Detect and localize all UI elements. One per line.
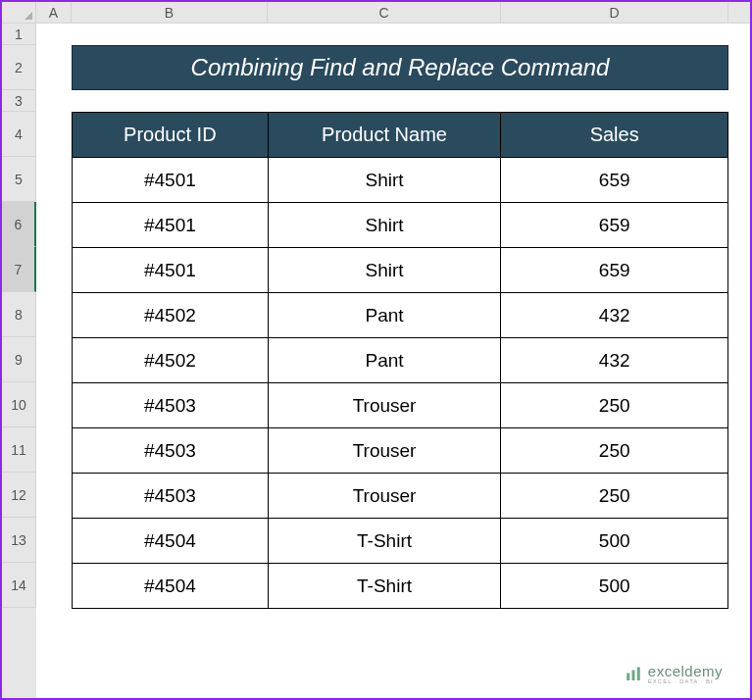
row-header-4[interactable]: 4 [2,112,36,157]
row-header-11[interactable]: 11 [2,427,36,473]
row-header-1[interactable]: 1 [2,24,36,45]
cell-product-id[interactable]: #4502 [73,338,269,383]
table-row: #4503Trouser250 [73,428,728,474]
row-header-7[interactable]: 7 [2,247,36,292]
row-header-9[interactable]: 9 [2,337,36,382]
table-header-row: Product ID Product Name Sales [73,113,728,158]
svg-rect-1 [631,670,634,680]
cell-product-id[interactable]: #4501 [73,203,269,248]
cell-sales[interactable]: 250 [501,474,728,519]
cell-sales[interactable]: 659 [501,248,728,293]
grid-area[interactable]: Combining Find and Replace Command Produ… [36,24,750,698]
cell-product-name[interactable]: Pant [268,338,501,383]
column-header-B[interactable]: B [72,2,268,23]
table-row: #4501Shirt659 [73,248,728,293]
cell-product-name[interactable]: Trouser [268,428,501,474]
cell-product-id[interactable]: #4502 [73,293,269,338]
cell-product-id[interactable]: #4503 [73,428,269,474]
select-all-corner[interactable] [2,2,36,24]
row-header-13[interactable]: 13 [2,518,36,563]
watermark-text: exceldemy EXCEL · DATA · BI [648,664,723,684]
header-product-id[interactable]: Product ID [73,113,269,158]
table-row: #4501Shirt659 [73,203,728,248]
svg-rect-2 [637,667,640,680]
cell-sales[interactable]: 432 [501,338,728,383]
row-header-3[interactable]: 3 [2,90,36,112]
cell-product-id[interactable]: #4501 [73,158,269,203]
cell-sales[interactable]: 432 [501,293,728,338]
cell-product-name[interactable]: Trouser [268,383,501,428]
table-body: #4501Shirt659 #4501Shirt659 #4501Shirt65… [73,158,728,609]
spreadsheet: A B C D 1 2 3 4 5 6 7 8 9 10 11 12 13 14… [2,2,750,698]
title-banner[interactable]: Combining Find and Replace Command [72,45,728,90]
cell-sales[interactable]: 500 [501,519,728,564]
row-header-14[interactable]: 14 [2,563,36,608]
brand-logo-icon [625,666,642,683]
cell-product-name[interactable]: Shirt [268,203,501,248]
cell-sales[interactable]: 659 [501,203,728,248]
table-row: #4502Pant432 [73,293,728,338]
row-header-10[interactable]: 10 [2,382,36,427]
header-product-name[interactable]: Product Name [268,113,501,158]
watermark: exceldemy EXCEL · DATA · BI [625,664,723,684]
cell-product-name[interactable]: Pant [268,293,501,338]
table-row: #4504T-Shirt500 [73,519,728,564]
svg-rect-0 [627,673,629,680]
cell-product-id[interactable]: #4503 [73,474,269,519]
row-header-8[interactable]: 8 [2,292,36,337]
column-header-A[interactable]: A [36,2,72,23]
column-header-C[interactable]: C [268,2,501,23]
table-row: #4503Trouser250 [73,474,728,519]
cell-product-id[interactable]: #4503 [73,383,269,428]
row-headers-col: 1 2 3 4 5 6 7 8 9 10 11 12 13 14 [2,24,36,698]
watermark-brand: exceldemy [648,664,723,678]
cell-sales[interactable]: 250 [501,428,728,474]
cell-product-id[interactable]: #4501 [73,248,269,293]
table-row: #4504T-Shirt500 [73,564,728,609]
cell-product-id[interactable]: #4504 [73,519,269,564]
row-header-12[interactable]: 12 [2,473,36,518]
row-header-2[interactable]: 2 [2,45,36,90]
column-header-D[interactable]: D [501,2,728,23]
cell-product-name[interactable]: Trouser [268,474,501,519]
watermark-tagline: EXCEL · DATA · BI [648,678,723,684]
cell-product-name[interactable]: Shirt [268,158,501,203]
cell-product-id[interactable]: #4504 [73,564,269,609]
cell-product-name[interactable]: Shirt [268,248,501,293]
cell-product-name[interactable]: T-Shirt [268,519,501,564]
data-table: Product ID Product Name Sales #4501Shirt… [72,112,728,609]
cell-sales[interactable]: 659 [501,158,728,203]
body-area: 1 2 3 4 5 6 7 8 9 10 11 12 13 14 Combini… [2,24,750,698]
column-headers-row: A B C D [2,2,750,24]
table-row: #4503Trouser250 [73,383,728,428]
cell-sales[interactable]: 500 [501,564,728,609]
row-header-6[interactable]: 6 [2,202,36,247]
cell-sales[interactable]: 250 [501,383,728,428]
row-header-5[interactable]: 5 [2,157,36,202]
table-row: #4501Shirt659 [73,158,728,203]
cell-product-name[interactable]: T-Shirt [268,564,501,609]
header-sales[interactable]: Sales [501,113,728,158]
table-row: #4502Pant432 [73,338,728,383]
